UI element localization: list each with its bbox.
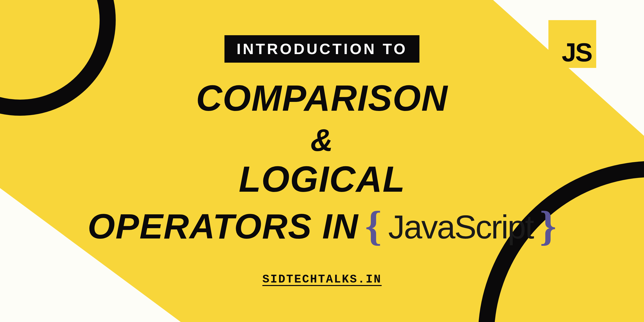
brace-close-icon: } xyxy=(540,205,556,247)
site-link[interactable]: SIDTECHTALKS.IN xyxy=(262,273,382,286)
title-line-4-prefix: OPERATORS IN xyxy=(88,209,358,244)
title-line-3: LOGICAL xyxy=(239,161,405,197)
js-logo-text: JS xyxy=(562,41,592,64)
title-line-2: & xyxy=(310,125,334,156)
title-line-4: OPERATORS IN { JavaScript } xyxy=(88,203,556,245)
title-stack: INTRODUCTION TO COMPARISON & LOGICAL OPE… xyxy=(88,35,556,286)
title-line-1: COMPARISON xyxy=(196,80,448,116)
intro-label: INTRODUCTION TO xyxy=(225,35,420,63)
brace-open-icon: { xyxy=(365,205,382,247)
language-name: JavaScript xyxy=(388,211,533,244)
